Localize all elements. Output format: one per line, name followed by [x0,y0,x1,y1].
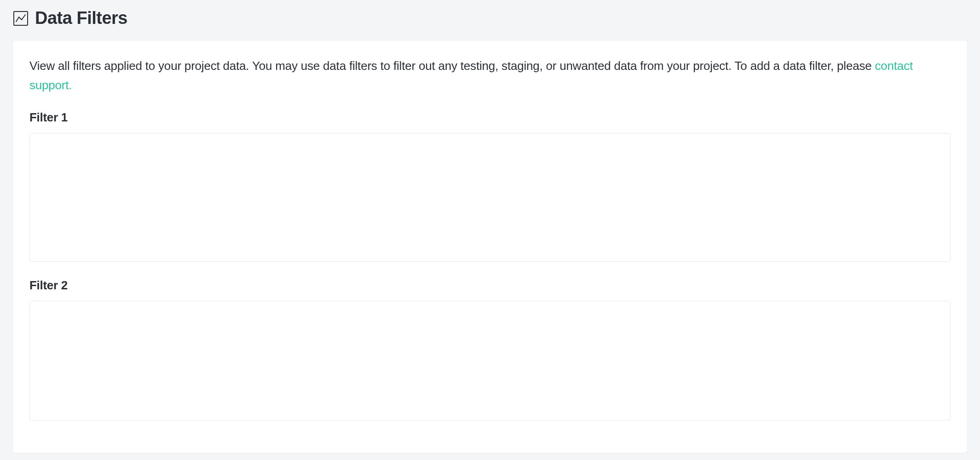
filter-label-2: Filter 2 [29,278,951,293]
description-text: View all filters applied to your project… [29,57,951,95]
filter-section-1: Filter 1 [29,110,951,262]
content-card: View all filters applied to your project… [13,41,967,453]
page-title: Data Filters [35,8,127,28]
page-container: Data Filters View all filters applied to… [0,0,980,453]
page-header: Data Filters [13,8,967,28]
description-body: View all filters applied to your project… [29,59,875,73]
chart-line-icon [13,11,29,26]
filter-box-2 [29,301,951,420]
filter-box-1 [29,133,951,262]
filter-section-2: Filter 2 [29,278,951,420]
filter-label-1: Filter 1 [29,110,951,125]
